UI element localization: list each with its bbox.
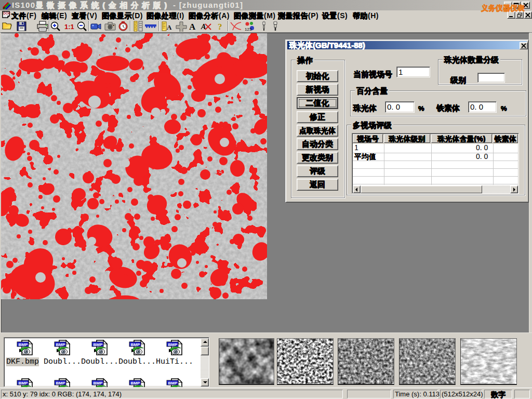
svg-text:?: ?: [218, 22, 222, 32]
svg-text:A: A: [167, 23, 172, 31]
svg-text:123: 123: [245, 27, 252, 32]
svg-text:A: A: [189, 22, 196, 32]
svg-text:1:1: 1:1: [64, 23, 74, 31]
